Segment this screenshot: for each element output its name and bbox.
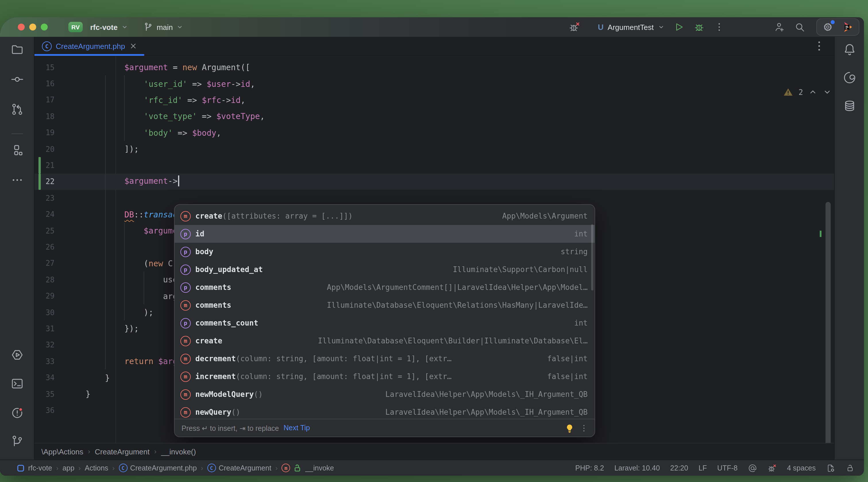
breadcrumb-item[interactable]: CreateArgument <box>95 447 150 456</box>
code-line-20[interactable]: 20 ]); <box>34 141 834 157</box>
branch-widget[interactable]: main <box>143 22 183 32</box>
no-debugger[interactable] <box>768 463 777 473</box>
line-number[interactable]: 27 <box>34 255 55 272</box>
pest-widget[interactable] <box>748 463 757 473</box>
tab-createargument-php[interactable]: C CreateArgument.php <box>34 37 144 55</box>
search-everywhere-button[interactable] <box>794 21 805 33</box>
next-problem-button[interactable] <box>823 87 832 96</box>
status-method[interactable]: m__invoke <box>282 463 334 473</box>
completion-item-increment[interactable]: mincrement(column: string, [amount: floa… <box>175 368 595 386</box>
database-tool-button[interactable] <box>842 99 856 113</box>
line-number[interactable]: 34 <box>34 370 55 386</box>
tab-options-button[interactable] <box>812 39 826 53</box>
line-number[interactable]: 35 <box>34 386 55 402</box>
line-number[interactable]: 24 <box>34 206 55 223</box>
line-number[interactable]: 25 <box>34 223 55 239</box>
terminal-tool-button[interactable] <box>10 377 24 391</box>
code-editor[interactable]: 2 15 $argument = new Argument([16 'user_… <box>34 56 834 443</box>
notifications-button[interactable] <box>842 42 856 56</box>
line-number[interactable]: 29 <box>34 288 55 304</box>
completion-item-create[interactable]: mcreateIlluminate\Database\Eloquent\Buil… <box>175 332 595 350</box>
zoom-window-button[interactable] <box>41 24 48 30</box>
line-number[interactable]: 15 <box>34 59 55 76</box>
completion-item-decrement[interactable]: mdecrement(column: string, [amount: floa… <box>175 350 595 368</box>
completion-item-id[interactable]: pidint <box>175 225 595 243</box>
completion-item-newQuery[interactable]: mnewQuery()LaravelIdea\Helper\App\Models… <box>175 403 595 419</box>
breadcrumb-item[interactable]: \App\Actions <box>41 447 83 456</box>
breadcrumb-item[interactable]: __invoke() <box>161 447 196 456</box>
php-version[interactable]: PHP: 8.2 <box>575 464 604 472</box>
code-line-22[interactable]: 22 $argument-> <box>34 173 834 190</box>
code-style-config[interactable] <box>826 463 835 473</box>
completion-item-comments_count[interactable]: pcomments_countint <box>175 314 595 332</box>
intention-bulb-icon[interactable] <box>565 423 575 433</box>
more-tool-windows-button[interactable] <box>10 173 24 187</box>
minimize-window-button[interactable] <box>29 24 36 30</box>
project-widget[interactable]: RV rfc-vote <box>68 22 128 32</box>
code-line-23[interactable]: 23 <box>34 190 834 206</box>
line-number[interactable]: 16 <box>34 76 55 92</box>
line-number[interactable]: 20 <box>34 141 55 157</box>
line-number[interactable]: 23 <box>34 190 55 206</box>
readonly-toggle[interactable] <box>846 463 855 473</box>
line-number[interactable]: 18 <box>34 108 55 124</box>
status-dir-actions[interactable]: Actions <box>85 464 108 472</box>
line-separator[interactable]: LF <box>699 464 707 472</box>
line-number[interactable]: 32 <box>34 337 55 353</box>
line-number[interactable]: 17 <box>34 92 55 108</box>
completion-options-button[interactable] <box>579 423 589 433</box>
line-number[interactable]: 33 <box>34 353 55 370</box>
completion-item-body_updated_at[interactable]: pbody_updated_atIlluminate\Support\Carbo… <box>175 260 595 278</box>
status-dir-app[interactable]: app <box>62 464 74 472</box>
line-number[interactable]: 28 <box>34 272 55 288</box>
settings-button[interactable] <box>822 21 834 33</box>
line-number[interactable]: 36 <box>34 402 55 419</box>
indent-style[interactable]: 4 spaces <box>787 464 816 472</box>
line-number[interactable]: 31 <box>34 321 55 337</box>
run-configuration-selector[interactable]: U ArgumentTest <box>598 23 664 32</box>
editor-scrollbar[interactable] <box>826 202 831 443</box>
status-class[interactable]: CCreateArgument <box>207 463 271 472</box>
completion-item-body[interactable]: pbodystring <box>175 243 595 260</box>
pull-requests-tool-button[interactable] <box>10 103 24 116</box>
project-tool-button[interactable] <box>10 42 24 56</box>
code-line-17[interactable]: 17 'rfc_id' => $rfc->id, <box>34 92 834 108</box>
laravel-version[interactable]: Laravel: 10.40 <box>614 464 660 472</box>
line-number[interactable]: 22 <box>34 173 55 190</box>
file-encoding[interactable]: UTF-8 <box>717 464 738 472</box>
line-number[interactable]: 26 <box>34 239 55 255</box>
status-file[interactable]: CCreateArgument.php <box>119 463 197 472</box>
run-button[interactable] <box>673 21 685 33</box>
code-line-19[interactable]: 19 'body' => $body, <box>34 124 834 141</box>
close-icon[interactable] <box>129 42 137 50</box>
code-line-18[interactable]: 18 'vote_type' => $voteType, <box>34 108 834 124</box>
debug-button[interactable] <box>693 21 705 33</box>
completion-item-comments[interactable]: mcommentsIlluminate\Database\Eloquent\Re… <box>175 296 595 314</box>
line-number[interactable]: 21 <box>34 157 55 174</box>
completion-item-newModelQuery[interactable]: mnewModelQuery()LaravelIdea\Helper\App\M… <box>175 386 595 403</box>
line-number[interactable]: 19 <box>34 124 55 141</box>
clock[interactable]: 22:20 <box>670 464 688 472</box>
jetbrains-logo[interactable] <box>841 21 854 33</box>
prev-problem-button[interactable] <box>808 87 817 96</box>
code-line-21[interactable]: 21 <box>34 157 834 174</box>
more-actions-button[interactable] <box>713 21 725 33</box>
completion-item-create[interactable]: mcreate([attributes: array = [...]])App\… <box>175 207 595 225</box>
next-tip-link[interactable]: Next Tip <box>283 424 310 432</box>
structure-tool-button[interactable] <box>10 143 24 157</box>
mute-breakpoints-icon[interactable] <box>568 21 580 33</box>
services-tool-button[interactable] <box>10 348 24 362</box>
completion-item-comments[interactable]: pcommentsApp\Models\ArgumentComment[]|La… <box>175 278 595 296</box>
popup-scrollbar[interactable] <box>591 224 593 290</box>
problems-tool-button[interactable] <box>10 405 24 419</box>
code-line-16[interactable]: 16 'user_id' => $user->id, <box>34 76 834 92</box>
code-with-me-button[interactable] <box>774 21 785 33</box>
status-project[interactable]: rfc-vote <box>16 463 52 473</box>
line-number[interactable]: 30 <box>34 304 55 321</box>
version-control-tool-button[interactable] <box>10 434 24 448</box>
commit-tool-button[interactable] <box>10 73 24 86</box>
inspections-widget[interactable]: 2 <box>783 87 832 97</box>
close-window-button[interactable] <box>18 24 25 30</box>
ai-assistant-button[interactable] <box>842 71 856 85</box>
code-line-15[interactable]: 15 $argument = new Argument([ <box>34 59 834 76</box>
